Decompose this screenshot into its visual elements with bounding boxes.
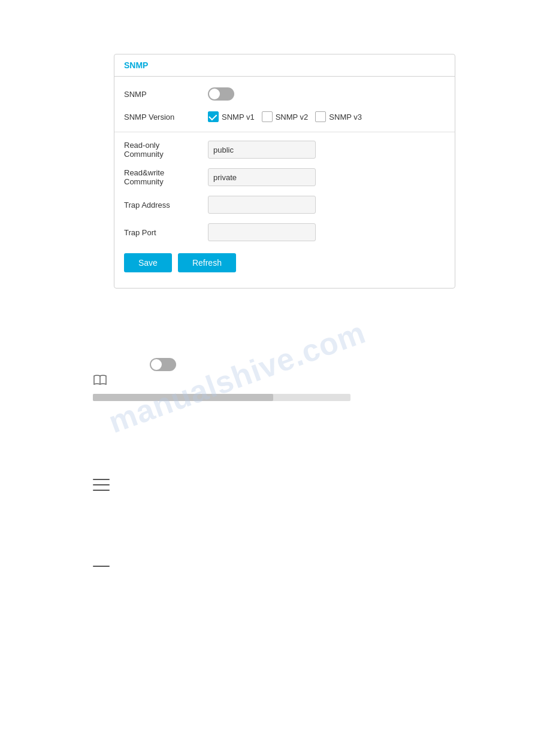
read-only-community-control <box>208 141 445 159</box>
snmp-toggle-row: SNMP <box>114 83 455 105</box>
divider-1 <box>114 132 455 132</box>
read-write-community-label: Read&writeCommunity <box>124 168 208 186</box>
refresh-button[interactable]: Refresh <box>178 253 236 272</box>
book-icon <box>93 374 107 386</box>
trap-port-control <box>208 223 445 241</box>
read-write-community-row: Read&writeCommunity <box>114 163 455 191</box>
snmp-toggle-knob <box>209 89 220 99</box>
trap-address-input[interactable] <box>208 196 316 214</box>
snmp-v1-checkbox <box>208 111 219 122</box>
menu-lines-icon[interactable] <box>93 479 110 491</box>
snmp-label: SNMP <box>124 90 208 99</box>
snmp-toggle-track <box>208 87 234 101</box>
trap-port-label: Trap Port <box>124 228 208 237</box>
snmp-v1-label: SNMP v1 <box>222 113 255 122</box>
snmp-card-body: SNMP SNMP Version SNMP v1 <box>114 77 455 288</box>
snmp-v2-checkbox <box>262 111 273 122</box>
snmp-v1-option[interactable]: SNMP v1 <box>208 111 255 122</box>
read-write-community-input[interactable] <box>208 168 316 186</box>
menu-line-3 <box>93 490 110 491</box>
snmp-version-control: SNMP v1 SNMP v2 SNMP v3 <box>208 111 445 122</box>
below-toggle[interactable] <box>150 358 176 371</box>
trap-port-row: Trap Port <box>114 218 455 246</box>
snmp-card-title: SNMP <box>124 60 148 70</box>
below-toggle-knob <box>151 359 162 370</box>
below-toggle-track <box>150 358 176 371</box>
snmp-v2-option[interactable]: SNMP v2 <box>262 111 309 122</box>
read-only-community-label: Read-onlyCommunity <box>124 141 208 159</box>
snmp-v3-checkbox <box>315 111 326 122</box>
snmp-v2-label: SNMP v2 <box>276 113 309 122</box>
snmp-card-header: SNMP <box>114 54 455 77</box>
menu-line-1 <box>93 479 110 480</box>
snmp-v3-label: SNMP v3 <box>329 113 362 122</box>
progress-bar-fill <box>93 394 273 401</box>
single-line <box>93 566 110 567</box>
progress-bar <box>93 394 350 401</box>
snmp-v3-option[interactable]: SNMP v3 <box>315 111 362 122</box>
snmp-version-row: SNMP Version SNMP v1 SNMP v2 SNMP v3 <box>114 105 455 128</box>
menu-line-2 <box>93 484 110 485</box>
trap-address-control <box>208 196 445 214</box>
save-button[interactable]: Save <box>124 253 172 272</box>
snmp-version-label: SNMP Version <box>124 113 208 122</box>
trap-address-row: Trap Address <box>114 191 455 218</box>
snmp-toggle[interactable] <box>208 87 234 101</box>
buttons-row: Save Refresh <box>114 246 455 282</box>
snmp-toggle-control <box>208 87 445 101</box>
read-write-community-control <box>208 168 445 186</box>
watermark: manualshive.com <box>104 314 370 441</box>
read-only-community-input[interactable] <box>208 141 316 159</box>
trap-port-input[interactable] <box>208 223 316 241</box>
trap-address-label: Trap Address <box>124 201 208 210</box>
read-only-community-row: Read-onlyCommunity <box>114 136 455 163</box>
snmp-card: SNMP SNMP SNMP Version SNMP v1 <box>114 54 455 289</box>
